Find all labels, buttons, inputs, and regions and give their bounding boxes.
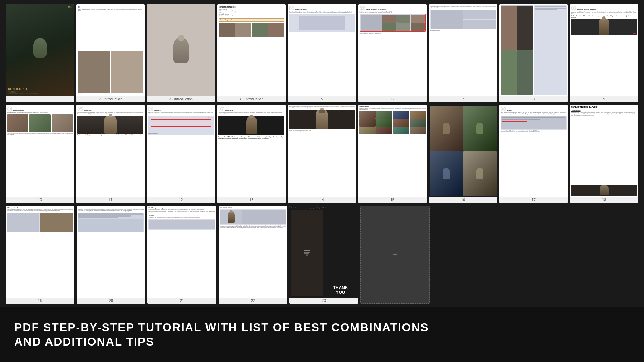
step21-thumbnail: Model preprocessing I recommend decimati… — [147, 206, 216, 298]
step15-thumbnail: Combinations The scene consists of 4 ing… — [358, 105, 427, 197]
step11-thumbnail: 05 Environment These environments use th… — [76, 105, 145, 197]
bottom-bar: PDF STEP-BY-STEP TUTORIAL WITH LIST OF B… — [0, 307, 644, 362]
step5-thumbnail: 01 Open .ksp scene Open RenderKit with d… — [288, 4, 356, 96]
page-card-4[interactable]: Render Kit includes: • 8 light schemes •… — [217, 4, 286, 102]
page-card-12[interactable]: 06 Spotlights The second component of li… — [147, 105, 215, 203]
add-page-button[interactable]: + — [360, 206, 430, 304]
page-card-8[interactable]: 8 — [499, 4, 568, 102]
step6-thumbnail: 02 Import resources to the library On th… — [358, 4, 427, 96]
page-label-19: 19 — [6, 298, 74, 304]
page-card-22[interactable]: Open Animation tab below. Now you can ea… — [219, 206, 287, 304]
cover-tagline: TEMPLATE FOR EASY FIGURE & SCULPTURE REN… — [8, 93, 72, 94]
page-card-20[interactable]: Linked materials By default if you assig… — [77, 206, 145, 304]
page-label-11: 11 — [76, 197, 145, 203]
page-card-10[interactable]: 04 Assign material Assign a material by … — [6, 105, 74, 203]
step13-thumbnail: 07 Background The second component of th… — [217, 105, 286, 197]
step7-thumbnail: Import Backplates and Environments to th… — [429, 4, 497, 96]
bottom-text-line1: PDF STEP-BY-STEP TUTORIAL WITH LIST OF B… — [14, 320, 630, 334]
figure-thumbnail-3 — [147, 4, 215, 96]
step16-thumbnail — [429, 105, 497, 197]
page-label-18: 18 — [570, 197, 638, 203]
page-card-2[interactable]: Mil Render Kit is a package of resources… — [76, 4, 145, 102]
page-card-9[interactable]: 03 Put your model in the scene Import yo… — [570, 4, 638, 102]
page-label-15: 15 — [358, 197, 427, 203]
thankyou-thumbnail: Also I added some bases and stands for y… — [289, 206, 358, 298]
page-label-16: 16 — [429, 197, 497, 203]
cover-thumbnail: ORI RENDER KIT FOR KEYSHOT TEMPLATE FOR … — [6, 4, 74, 96]
step19-thumbnail: Editing material Edit material double cl… — [6, 206, 74, 298]
page-label-7: 7 — [429, 96, 497, 102]
row3-spacer — [432, 206, 638, 304]
page-label-20: 20 — [77, 298, 145, 304]
page-card-3[interactable]: 3 · Introduction — [147, 4, 215, 102]
step17-thumbnail: 08 Render Select Render button on the bo… — [499, 105, 568, 197]
page-card-15[interactable]: Combinations The scene consists of 4 ing… — [358, 105, 427, 203]
page-card-7[interactable]: Import Backplates and Environments to th… — [429, 4, 497, 102]
step22-thumbnail: Open Animation tab below. Now you can ea… — [219, 206, 287, 298]
page-label-21: 21 — [147, 298, 216, 304]
page-card-23[interactable]: Also I added some bases and stands for y… — [289, 206, 358, 304]
kit-thumbnail-4: Render Kit includes: • 8 light schemes •… — [217, 4, 286, 96]
page-label-12: 12 — [147, 197, 215, 203]
page-card-19[interactable]: Editing material Edit material double cl… — [6, 206, 74, 304]
page-label-23: 23 — [289, 298, 358, 304]
page-label-13: 13 — [217, 197, 286, 203]
step12-thumbnail: 06 Spotlights The second component of li… — [147, 105, 215, 197]
step14-thumbnail: Another option is to use a real backgrou… — [288, 105, 356, 197]
page-label-5: 5 — [288, 96, 356, 102]
page-label-6: 6 — [358, 96, 427, 102]
page-label-4: 4 · Introduction — [217, 96, 286, 102]
step20-thumbnail: Linked materials By default if you assig… — [77, 206, 145, 298]
page-label-2: 2 · Introduction — [76, 96, 145, 102]
page-card-5[interactable]: 01 Open .ksp scene Open RenderKit with d… — [288, 4, 356, 102]
page-card-21[interactable]: Model preprocessing I recommend decimati… — [147, 206, 216, 304]
add-icon: + — [392, 250, 397, 260]
main-content: ORI RENDER KIT FOR KEYSHOT TEMPLATE FOR … — [0, 0, 644, 307]
step8-thumbnail — [499, 4, 568, 96]
page-card-18[interactable]: SOMETHING MORE Depth of Field Turning on… — [570, 105, 638, 203]
page-card-13[interactable]: 07 Background The second component of th… — [217, 105, 286, 203]
page-card-1[interactable]: ORI RENDER KIT FOR KEYSHOT TEMPLATE FOR … — [6, 4, 74, 102]
page-row-1: ORI RENDER KIT FOR KEYSHOT TEMPLATE FOR … — [6, 4, 638, 102]
step9-thumbnail: 03 Put your model in the scene Import yo… — [570, 4, 638, 96]
step10-thumbnail: 04 Assign material Assign a material by … — [6, 105, 74, 197]
page-label-17: 17 — [499, 197, 568, 203]
page-card-14[interactable]: Another option is to use a real backgrou… — [288, 105, 356, 203]
page-card-6[interactable]: 02 Import resources to the library On th… — [358, 4, 427, 102]
page-card-11[interactable]: 05 Environment These environments use th… — [76, 105, 145, 203]
page-card-17[interactable]: 08 Render Select Render button on the bo… — [499, 105, 568, 203]
step18-thumbnail: SOMETHING MORE Depth of Field Turning on… — [570, 105, 638, 197]
page-label-14: 14 — [288, 197, 356, 203]
page-label-3: 3 · Introduction — [147, 96, 215, 102]
page-card-16[interactable]: 16 — [429, 105, 497, 203]
page-row-3: Editing material Edit material double cl… — [6, 206, 638, 304]
page-label-8: 8 — [499, 96, 568, 102]
intro-thumbnail-2: Mil Render Kit is a package of resources… — [76, 4, 145, 96]
page-label-9: 9 — [570, 96, 638, 102]
page-label-10: 10 — [6, 197, 74, 203]
cover-figure — [9, 7, 71, 88]
bottom-text-line2: AND ADDITIONAL TIPS — [14, 334, 630, 349]
page-label-22: 22 — [219, 298, 287, 304]
page-label-1: 1 — [6, 96, 74, 102]
page-row-2: 04 Assign material Assign a material by … — [6, 105, 638, 203]
